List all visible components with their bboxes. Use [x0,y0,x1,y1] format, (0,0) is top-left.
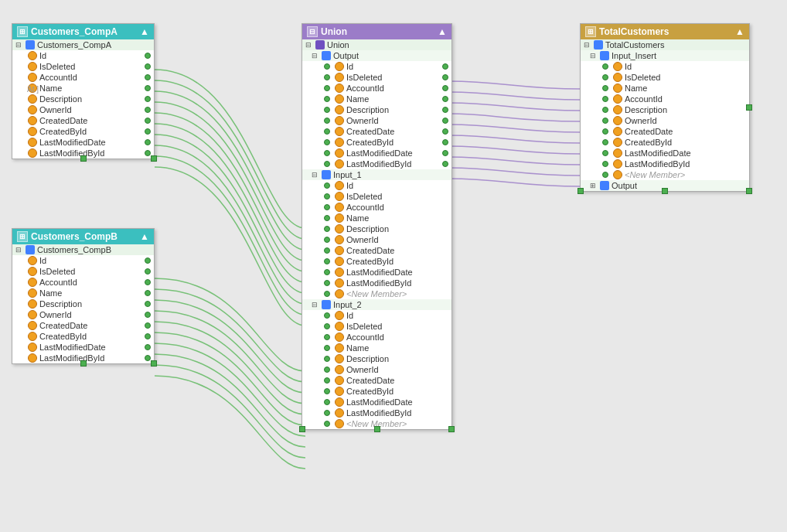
field-label: IsDeleted [346,322,382,331]
field-label: Id [625,62,632,71]
field-icon [335,408,344,418]
field-label: OwnerId [346,235,379,244]
output-label: Output [612,181,637,190]
field-icon [335,397,344,407]
compb-field-name: Name [12,288,154,298]
field-icon [335,235,344,244]
field-icon [335,192,344,201]
field-icon [335,322,344,331]
input-insert-group[interactable]: ⊟ Input_Insert [581,50,749,61]
field-icon [613,127,622,136]
compb-group[interactable]: ⊟ Customers_CompB [12,244,154,255]
union-out-name: Name [302,94,451,104]
resize-handle-bl[interactable] [299,426,305,432]
customers-compb-table: ⊞ Customers_CompB ▲ ⊟ Customers_CompB Id… [12,228,155,364]
field-icon [613,73,622,82]
tc-newmember: <New Member> [581,169,749,180]
union-out-lastmodifieddate: LastModifiedDate [302,148,451,159]
union-in1-newmember: <New Member> [302,288,451,299]
compa-field-createddate: CreatedDate [12,115,154,126]
union-out-ownerid: OwnerId [302,115,451,126]
resize-handle-br[interactable] [151,360,157,367]
field-icon [613,116,622,125]
compa-group[interactable]: ⊟ Customers_CompA [12,39,154,50]
field-icon [335,343,344,353]
resize-handle-b[interactable] [662,188,668,194]
field-label: OwnerId [39,105,72,114]
compa-field-id: Id [12,50,154,61]
field-icon [28,353,37,363]
field-label: CreatedById [346,257,394,266]
union-in1-name: Name [302,213,451,223]
field-label: CreatedById [39,127,87,136]
field-label: OwnerId [39,310,72,319]
field-label: AccountId [346,332,384,342]
tc-createddate: CreatedDate [581,126,749,137]
union-in1-lastmodifieddate: LastModifiedDate [302,267,451,278]
field-label: AccountId [346,203,384,212]
field-label: LastModifiedById [39,148,104,158]
compa-field-ownerid: OwnerId [12,104,154,115]
field-icon [335,73,344,82]
union-group-label: Union [327,40,349,49]
union-out-isdeleted: IsDeleted [302,72,451,83]
resize-handle-bl[interactable] [577,188,584,194]
field-label: CreatedDate [39,321,87,330]
resize-handle-b[interactable] [374,426,380,432]
tc-description: Description [581,104,749,115]
resize-handle-r[interactable] [746,104,752,111]
input-insert-icon [600,51,609,60]
union-out-id: Id [302,61,451,72]
compa-field-description: Description [12,94,154,104]
tc-id: Id [581,61,749,72]
union-title: Union [321,26,347,37]
resize-handle-br[interactable] [151,155,157,162]
totalcustomers-group[interactable]: ⊟ TotalCustomers [581,39,749,50]
field-label: Name [625,84,647,93]
union-input1-group[interactable]: ⊟ Input_1 [302,169,451,180]
field-icon [335,127,344,136]
field-icon [613,62,622,71]
output-icon [322,51,331,60]
field-label: Name [346,94,369,104]
union-group[interactable]: ⊟ Union [302,39,451,50]
customers-compa-header: ⊞ Customers_CompA ▲ [12,24,154,39]
customers-compb-header: ⊞ Customers_CompB ▲ [12,229,154,244]
resize-handle-b[interactable] [80,360,87,367]
field-icon [28,62,37,71]
node-icon [26,245,35,254]
expand-icon: ⊟ [312,301,319,309]
field-label: Id [346,311,353,320]
field-icon [613,148,622,158]
union-input2-group[interactable]: ⊟ Input_2 [302,299,451,310]
field-label: LastModifiedDate [346,268,413,277]
union-in1-ownerid: OwnerId [302,234,451,245]
union-in1-createddate: CreatedDate [302,245,451,256]
field-icon [335,84,344,93]
field-label: Description [346,354,389,363]
union-in1-id: Id [302,180,451,191]
total-customers-title: TotalCustomers [599,26,669,37]
node-icon [594,40,603,49]
tc-isdeleted: IsDeleted [581,72,749,83]
field-icon [335,354,344,363]
resize-handle-b[interactable] [80,155,87,162]
field-label: Description [346,224,389,234]
field-label: LastModifiedById [346,408,411,418]
field-label: LastModifiedDate [625,148,691,158]
tc-lastmodifieddate: LastModifiedDate [581,148,749,159]
input2-icon [322,300,331,309]
field-icon [335,332,344,342]
resize-handle-br[interactable] [448,426,455,432]
field-icon [335,213,344,223]
union-in1-lastmodifiedbyid: LastModifiedById [302,278,451,288]
field-icon [335,203,344,212]
field-label: LastModifiedDate [346,397,413,407]
union-node-icon [315,40,325,49]
resize-handle-br[interactable] [746,188,752,194]
output-icon [600,181,609,190]
field-icon [613,170,622,179]
tc-accountid: AccountId [581,94,749,104]
union-output-group[interactable]: ⊟ Output [302,50,451,61]
expand-icon: ⊞ [590,182,598,189]
